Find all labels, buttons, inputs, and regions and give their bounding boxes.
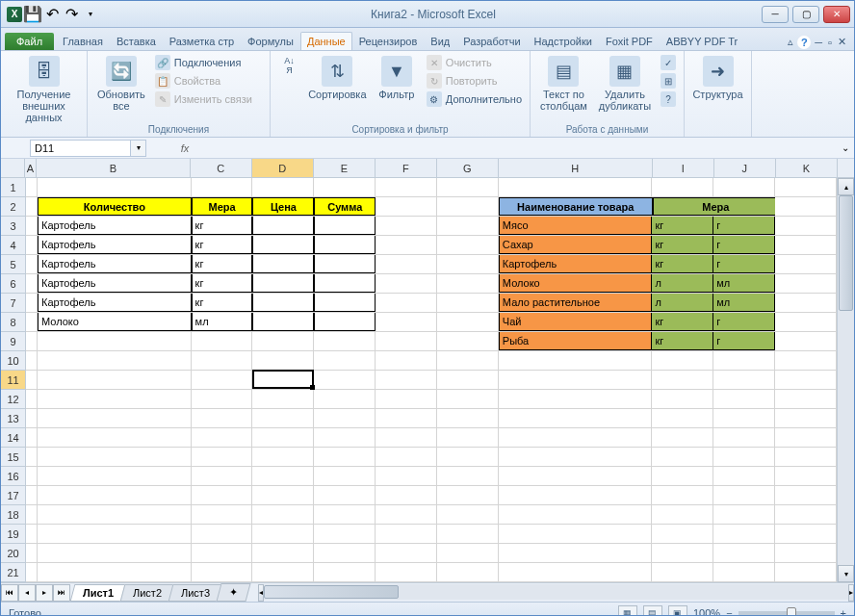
cell-A13[interactable]	[26, 409, 38, 427]
ribbon-tab-2[interactable]: Разметка стр	[163, 32, 241, 50]
cell-G13[interactable]	[437, 409, 499, 427]
cell-E21[interactable]	[314, 563, 376, 581]
ribbon-tab-9[interactable]: Foxit PDF	[599, 32, 660, 50]
cell-E16[interactable]	[314, 467, 376, 485]
row-header-6[interactable]: 6	[1, 274, 25, 294]
cell-F16[interactable]	[376, 467, 437, 485]
cell-D2[interactable]: Цена	[252, 197, 314, 216]
cell-I6[interactable]: л	[652, 274, 713, 293]
cell-C14[interactable]	[192, 428, 253, 447]
filter-button[interactable]: ▼ Фильтр	[373, 54, 421, 102]
cell-H6[interactable]: Молоко	[499, 274, 653, 293]
cell-H21[interactable]	[499, 563, 653, 581]
cell-G3[interactable]	[437, 217, 499, 235]
cell-J17[interactable]	[713, 486, 775, 504]
cell-C20[interactable]	[192, 544, 253, 562]
cell-E14[interactable]	[314, 428, 376, 447]
cell-B2[interactable]: Количество	[38, 197, 192, 216]
cell-H19[interactable]	[499, 525, 653, 543]
cell-C6[interactable]: кг	[192, 274, 253, 293]
cell-E7[interactable]	[314, 294, 376, 312]
name-box[interactable]: D11	[30, 140, 131, 157]
hscroll-thumb[interactable]	[264, 585, 399, 599]
cell-G12[interactable]	[437, 390, 499, 408]
close-button[interactable]: ✕	[823, 6, 850, 23]
cell-A2[interactable]	[26, 197, 38, 216]
cell-J7[interactable]: мл	[713, 294, 775, 312]
cell-I12[interactable]	[652, 390, 713, 408]
cell-A12[interactable]	[26, 390, 38, 408]
cell-B8[interactable]: Молоко	[38, 313, 192, 331]
cell-E3[interactable]	[314, 217, 376, 235]
cell-A18[interactable]	[26, 505, 38, 524]
cell-C16[interactable]	[192, 467, 253, 485]
row-header-8[interactable]: 8	[1, 313, 25, 332]
cell-F6[interactable]	[376, 274, 437, 293]
cell-K12[interactable]	[775, 390, 837, 408]
col-header-I[interactable]: I	[653, 159, 714, 177]
cell-K18[interactable]	[775, 505, 837, 524]
cell-E8[interactable]	[314, 313, 376, 331]
vscroll-thumb[interactable]	[839, 195, 853, 311]
cell-C3[interactable]: кг	[192, 217, 253, 235]
cell-F13[interactable]	[376, 409, 437, 427]
cell-A5[interactable]	[26, 255, 38, 273]
cell-E4[interactable]	[314, 236, 376, 254]
cell-D21[interactable]	[252, 563, 314, 581]
cell-A4[interactable]	[26, 236, 38, 254]
cell-F21[interactable]	[376, 563, 437, 581]
cell-K4[interactable]	[775, 236, 837, 254]
cell-C11[interactable]	[192, 371, 253, 389]
cell-K17[interactable]	[775, 486, 837, 504]
ribbon-tab-4[interactable]: Данные	[300, 32, 352, 50]
cell-H2[interactable]: Наименование товара	[499, 197, 653, 216]
row-header-10[interactable]: 10	[1, 351, 25, 371]
row-header-15[interactable]: 15	[1, 448, 25, 467]
cell-A9[interactable]	[26, 332, 38, 350]
sheet-tab-0[interactable]: Лист1	[70, 584, 127, 602]
col-header-E[interactable]: E	[314, 159, 376, 177]
cell-D13[interactable]	[252, 409, 314, 427]
mdi-restore-icon[interactable]: ▫	[826, 35, 834, 50]
cell-F4[interactable]	[376, 236, 437, 254]
cell-E13[interactable]	[314, 409, 376, 427]
cell-G19[interactable]	[437, 525, 499, 543]
cell-B4[interactable]: Картофель	[38, 236, 192, 254]
cell-B19[interactable]	[38, 525, 192, 543]
cell-F18[interactable]	[376, 505, 437, 524]
col-header-A[interactable]: A	[25, 159, 37, 177]
cell-H10[interactable]	[499, 351, 653, 370]
undo-icon[interactable]: ↶	[43, 6, 61, 23]
cell-G6[interactable]	[437, 274, 499, 293]
sheet-nav-last[interactable]: ⏭	[53, 584, 70, 602]
ribbon-tab-10[interactable]: ABBYY PDF Tr	[660, 32, 744, 50]
cell-F7[interactable]	[376, 294, 437, 312]
cell-I10[interactable]	[652, 351, 713, 370]
cell-J13[interactable]	[713, 409, 775, 427]
cell-G14[interactable]	[437, 428, 499, 447]
cell-C10[interactable]	[192, 351, 253, 370]
help-icon[interactable]: ?	[797, 36, 811, 49]
cell-C8[interactable]: мл	[192, 313, 253, 331]
cell-E9[interactable]	[314, 332, 376, 350]
cell-E6[interactable]	[314, 274, 376, 293]
row-header-9[interactable]: 9	[1, 332, 25, 351]
sheet-tab-1[interactable]: Лист2	[120, 584, 175, 602]
vertical-scrollbar[interactable]: ▴ ▾	[837, 178, 854, 582]
sheet-nav-prev[interactable]: ◂	[18, 584, 36, 602]
cell-K10[interactable]	[775, 351, 837, 370]
cell-G21[interactable]	[437, 563, 499, 581]
cell-J19[interactable]	[713, 525, 775, 543]
cell-I20[interactable]	[652, 544, 713, 562]
cell-C21[interactable]	[192, 563, 253, 581]
cell-D6[interactable]	[252, 274, 314, 293]
cell-D7[interactable]	[252, 294, 314, 312]
cell-H1[interactable]	[499, 178, 653, 196]
cell-B15[interactable]	[38, 448, 192, 466]
cell-G18[interactable]	[437, 505, 499, 524]
cell-K2[interactable]	[775, 197, 837, 216]
cell-A1[interactable]	[26, 178, 38, 196]
advanced-filter-button[interactable]: ⚙Дополнительно	[425, 90, 524, 108]
cell-B14[interactable]	[38, 428, 192, 447]
cell-I16[interactable]	[652, 467, 713, 485]
